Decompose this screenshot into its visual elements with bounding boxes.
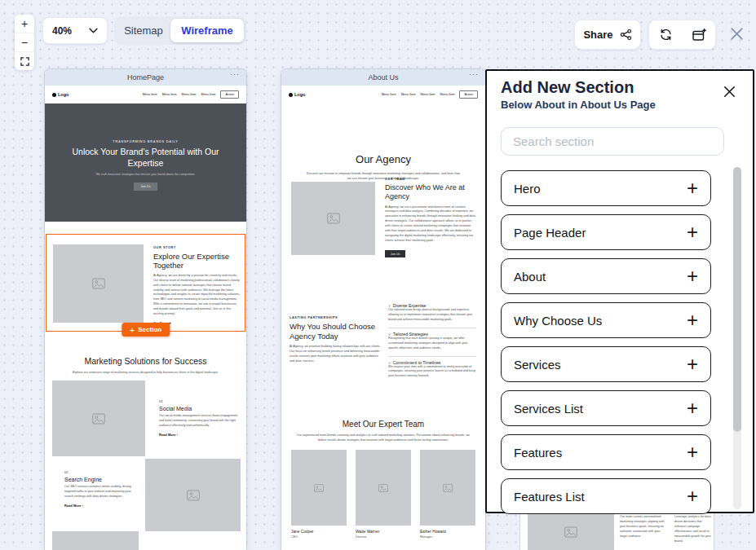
about-title: About Us bbox=[368, 73, 398, 81]
service-item-search-engine[interactable]: 02 Search Engine Our SEO services enhanc… bbox=[64, 470, 138, 508]
team-member-card: Esther Howard Manager bbox=[420, 450, 475, 539]
team-subheading: Our experienced team blends creativity a… bbox=[294, 433, 472, 443]
window-sparkle-icon bbox=[692, 28, 706, 42]
page-card-homepage[interactable]: HomePage ··· Logo Menu Item Menu Item Me… bbox=[45, 69, 246, 550]
canvas-actions-group bbox=[648, 20, 716, 50]
service-body: Our SEO services enhance online visibili… bbox=[64, 485, 138, 499]
modal-scrollbar-thumb[interactable] bbox=[733, 167, 741, 432]
member-name: Esther Howard bbox=[420, 530, 475, 534]
member-name: Jane Cooper bbox=[291, 530, 347, 534]
logo-label: Logo bbox=[294, 92, 305, 97]
add-new-section-modal: Add New Section Below About in About Us … bbox=[485, 69, 754, 513]
fit-screen-icon bbox=[20, 57, 29, 66]
section-option-services[interactable]: Services + bbox=[501, 346, 711, 382]
homepage-section-hero[interactable]: TRANSFORMING BRANDS DAILY Unlock Your Br… bbox=[45, 103, 246, 222]
nav-menu-item-dropdown: Menu Item bbox=[421, 93, 435, 96]
logo-icon bbox=[289, 93, 293, 97]
image-placeholder bbox=[420, 450, 475, 526]
nav-menu-item: Menu Item bbox=[382, 93, 396, 96]
refresh-button[interactable] bbox=[649, 20, 683, 49]
service-number: 01 bbox=[159, 399, 241, 403]
homepage-section-story-selected[interactable]: OUR STORY Explore Our Expertise Together… bbox=[46, 234, 245, 332]
search-section-input[interactable] bbox=[501, 127, 724, 156]
hero-heading: Unlock Your Brand's Potential with Our E… bbox=[60, 147, 232, 169]
member-role: CEO bbox=[291, 535, 347, 539]
feature-title: Commitment to Timelines bbox=[393, 360, 441, 365]
nav-action-button: Action bbox=[459, 90, 478, 99]
story-body: At Agency, we are driven by a passion fo… bbox=[153, 274, 241, 317]
image-placeholder bbox=[291, 450, 347, 526]
feature-title: Tailored Strategies bbox=[393, 332, 428, 337]
member-name: Wade Warren bbox=[356, 530, 411, 534]
tab-sitemap[interactable]: Sitemap bbox=[117, 19, 170, 42]
about-section-team-intro[interactable]: OUR TEAM Discover Who We Are at Agency A… bbox=[385, 178, 476, 258]
logo-label: Logo bbox=[58, 92, 69, 97]
team-member-card: Jane Cooper CEO bbox=[291, 450, 347, 539]
homepage-title: HomePage bbox=[127, 73, 164, 81]
close-canvas-button[interactable] bbox=[728, 25, 745, 42]
zoom-level-dropdown[interactable]: 40% bbox=[42, 17, 108, 44]
modal-close-button[interactable] bbox=[722, 84, 737, 99]
zoom-in-button[interactable]: + bbox=[15, 15, 34, 33]
why-heading: Why You Should Choose Agency Today bbox=[290, 322, 381, 341]
homepage-titlebar[interactable]: HomePage ··· bbox=[45, 69, 246, 86]
plus-icon[interactable]: + bbox=[687, 224, 698, 240]
section-option-features-list[interactable]: Features List + bbox=[501, 478, 711, 514]
tab-wireframe[interactable]: Wireframe bbox=[170, 19, 244, 42]
modal-title: Add New Section bbox=[501, 78, 634, 97]
section-option-about[interactable]: About + bbox=[501, 258, 711, 294]
overflow-menu-icon[interactable]: ··· bbox=[230, 70, 240, 78]
section-option-page-header[interactable]: Page Header + bbox=[501, 214, 711, 250]
team-member-card: Wade Warren Director bbox=[356, 450, 411, 539]
service-title: Social Media bbox=[159, 406, 241, 411]
close-icon bbox=[722, 84, 737, 99]
fit-screen-button[interactable] bbox=[15, 51, 34, 70]
about-section-navbar[interactable]: Logo Menu Item Menu Item Menu Item Menu … bbox=[281, 86, 485, 103]
refresh-icon bbox=[659, 28, 673, 42]
chevron-down-icon bbox=[89, 28, 98, 33]
why-feature: ✓Diverse Expertise Our talented team bri… bbox=[388, 300, 476, 328]
checkmark-icon: ✓ bbox=[388, 361, 391, 365]
plus-icon[interactable]: + bbox=[687, 180, 698, 196]
hero-eyebrow: TRANSFORMING BRANDS DAILY bbox=[45, 140, 246, 143]
section-option-hero[interactable]: Hero + bbox=[501, 170, 711, 206]
add-section-button[interactable]: + Section bbox=[122, 323, 170, 337]
about-header-heading: Our Agency bbox=[281, 153, 485, 165]
logo-icon bbox=[52, 93, 56, 97]
hero-button: Join Us bbox=[134, 183, 158, 191]
about-body: At Agency, we are a passionate and diver… bbox=[385, 205, 476, 244]
about-section-why[interactable]: LASTING PARTNERSHIPS Why You Should Choo… bbox=[290, 316, 381, 363]
team-heading: Meet Our Expert Team bbox=[281, 420, 485, 429]
section-option-services-list[interactable]: Services List + bbox=[501, 390, 711, 426]
homepage-section-navbar[interactable]: Logo Menu Item Menu Item Menu Item Menu … bbox=[45, 86, 246, 103]
overflow-menu-icon[interactable]: ··· bbox=[469, 70, 479, 78]
plus-icon[interactable]: + bbox=[687, 444, 698, 460]
about-heading: Discover Who We Are at Agency bbox=[385, 183, 476, 202]
plus-icon[interactable]: + bbox=[687, 312, 698, 328]
section-option-why-choose-us[interactable]: Why Choose Us + bbox=[501, 302, 711, 338]
member-role: Manager bbox=[420, 535, 475, 539]
page-card-about-us[interactable]: About Us ··· Logo Menu Item Menu Item Me… bbox=[281, 69, 485, 550]
plus-icon: + bbox=[130, 327, 135, 333]
nav-menu-item-dropdown: Menu Item bbox=[182, 93, 197, 96]
section-option-features[interactable]: Features + bbox=[501, 434, 711, 470]
share-button[interactable]: Share bbox=[574, 20, 641, 50]
about-join-button: Join Us bbox=[385, 250, 405, 257]
feature-body: Our talented team brings diverse backgro… bbox=[388, 308, 476, 323]
story-eyebrow: OUR STORY bbox=[153, 246, 241, 249]
about-titlebar[interactable]: About Us ··· bbox=[281, 69, 485, 86]
service-body: Our social media management services boo… bbox=[159, 414, 241, 429]
about-eyebrow: OUR TEAM bbox=[385, 178, 476, 181]
feature-body: We respect your time with a commitment t… bbox=[388, 365, 476, 380]
plus-icon[interactable]: + bbox=[687, 400, 698, 416]
plus-icon[interactable]: + bbox=[687, 356, 698, 372]
image-placeholder bbox=[356, 450, 411, 526]
modal-scrollbar-track[interactable] bbox=[733, 167, 741, 509]
hero-body: We craft innovative strategies that elev… bbox=[45, 173, 246, 176]
plus-icon[interactable]: + bbox=[687, 488, 698, 504]
service-item-social-media[interactable]: 01 Social Media Our social media managem… bbox=[159, 399, 241, 437]
plus-icon[interactable]: + bbox=[687, 268, 698, 284]
new-page-button[interactable] bbox=[683, 20, 716, 49]
share-icon bbox=[620, 29, 632, 41]
zoom-out-button[interactable]: − bbox=[15, 33, 34, 51]
